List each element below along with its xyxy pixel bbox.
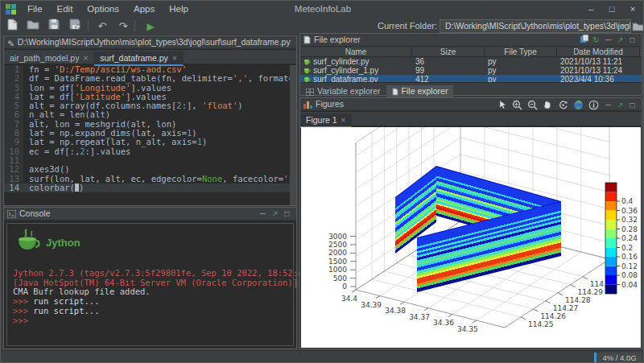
minimize-icon[interactable]: ─	[602, 34, 614, 46]
z-tick-label: 1000	[328, 266, 347, 274]
console-line: >>>	[13, 316, 291, 326]
minimize-icon[interactable]: ─	[602, 99, 614, 111]
colorbar-tick-label: 0.04	[621, 281, 638, 289]
figure-tab-figure-1[interactable]: Figure 1×	[300, 113, 352, 128]
code-token: , format=	[248, 73, 290, 83]
browse-folder-button[interactable]	[632, 20, 644, 32]
close-icon[interactable]: ×	[172, 54, 177, 63]
column-header-name[interactable]: Name	[300, 47, 412, 57]
menu-options[interactable]: Options	[80, 1, 126, 17]
float-icon[interactable]: ↗	[614, 99, 626, 111]
open-file-button[interactable]	[25, 19, 41, 33]
minimize-icon[interactable]: ─	[257, 208, 269, 220]
select-arrow-icon[interactable]	[496, 100, 509, 111]
editor-tab-label: air_path_model.py	[10, 53, 79, 63]
float-icon[interactable]: ↗	[614, 34, 626, 46]
globe-icon[interactable]	[572, 100, 584, 111]
z-tick-label: 2500	[328, 241, 347, 249]
run-script-button[interactable]: ▶	[142, 19, 159, 33]
column-header-file-type[interactable]: File Type	[485, 47, 557, 57]
toolbar-separator	[88, 20, 89, 31]
code-token: )	[202, 137, 207, 146]
close-icon[interactable]: ×	[83, 54, 88, 63]
undo-button[interactable]: ↶	[94, 19, 110, 33]
tab-file-explorer[interactable]: File explorer	[386, 85, 454, 98]
column-header-date-modified[interactable]: Date Modified	[557, 47, 640, 57]
colorbar-segment	[605, 220, 617, 229]
zoom-out-icon[interactable]	[526, 100, 539, 111]
colorbar-tick-label: 0.12	[621, 262, 638, 270]
status-bar: 4% / 4.0G	[1, 350, 644, 363]
file-name: surf_cylinder_1.py	[313, 66, 378, 75]
file-row-surf-cylinder-py[interactable]: surf_cylinder.py36py2021/10/13 11:21	[300, 57, 642, 66]
current-folder-combobox[interactable]: D:\Working\MIScript\Jython\mis\plot_type…	[440, 19, 631, 33]
file-table-header: NameSizeFile TypeDate Modified	[300, 47, 642, 57]
file-cell: 36	[412, 57, 485, 66]
code-token: :].values	[85, 146, 131, 156]
code-token: 'Longitude'	[75, 83, 131, 93]
edit-file-icon: ✎	[7, 38, 14, 49]
x-tick-label: 34.37	[409, 313, 430, 321]
minimize-window-button[interactable]: –	[580, 1, 601, 17]
colorbar-tick-label: 0.32	[621, 216, 638, 224]
maximize-icon[interactable]: □	[626, 99, 638, 111]
line-number: 14	[4, 184, 23, 192]
colorbar-segment	[605, 285, 617, 295]
save-as-button[interactable]	[67, 19, 83, 33]
colorbar-tick-label: 0.28	[621, 225, 638, 233]
console-title: Console	[19, 208, 51, 218]
colorbar-segment	[605, 248, 617, 258]
y-tick-label: 114.26	[540, 312, 566, 320]
zoom-in-icon[interactable]	[510, 100, 523, 111]
file-row-surf-cylinder-1-py[interactable]: surf_cylinder_1.py99py2021/10/13 11:24	[300, 66, 642, 75]
file-cell: 2021/10/13 11:24	[557, 66, 640, 75]
new-script-button[interactable]	[4, 19, 20, 33]
python-file-icon	[303, 57, 313, 66]
column-header-size[interactable]: Size	[412, 47, 485, 57]
menu-help[interactable]: Help	[162, 1, 196, 17]
menu-apps[interactable]: Apps	[126, 1, 162, 17]
close-window-button[interactable]: ×	[622, 1, 643, 17]
rotate-icon[interactable]	[556, 100, 569, 111]
info-icon[interactable]	[587, 100, 600, 111]
float-icon[interactable]: ↗	[269, 208, 281, 220]
colorbar-tick-label: 0.16	[621, 253, 638, 261]
tab-variable-explorer[interactable]: Variable explorer	[300, 85, 386, 98]
terminal-icon	[7, 209, 16, 221]
editor-panel-header: ✎D:\Working\MIScript\Jython\mis\plot_typ…	[4, 36, 296, 49]
maximize-icon[interactable]: □	[281, 208, 293, 220]
python-file-icon	[303, 66, 313, 75]
maximize-icon[interactable]: □	[626, 34, 638, 46]
figure-canvas[interactable]: 34.434.3934.3834.3734.3634.35114.25114.2…	[301, 127, 641, 348]
menu-bar: FileEditOptionsAppsHelp	[20, 1, 196, 17]
toolbar-separator	[134, 20, 135, 31]
code-token: None	[202, 174, 222, 184]
console-command: run script...	[28, 296, 100, 306]
code-token: n_alt = len(alt)	[29, 109, 110, 119]
menu-edit[interactable]: Edit	[50, 1, 80, 17]
line-number: 8	[4, 129, 23, 138]
colorbar-tick-label: 0.4	[621, 197, 634, 205]
pan-hand-icon[interactable]	[541, 100, 554, 111]
chart-icon	[303, 100, 312, 111]
colorbar-segment	[605, 211, 617, 221]
editor-tab-surf-dataframe-py[interactable]: surf_dataframe.py×	[94, 52, 183, 66]
close-icon[interactable]: ×	[341, 116, 346, 125]
editor-tab-air-path-model-py[interactable]: air_path_model.py×	[4, 52, 94, 66]
refresh-icon[interactable]: ↻	[590, 34, 602, 46]
import-files-icon[interactable]	[578, 34, 590, 46]
figures-panel: Figures ─↗□ Figure 1×	[299, 97, 642, 349]
menu-file[interactable]: File	[20, 1, 50, 17]
editor-scrollbar[interactable]	[290, 65, 296, 205]
chevron-down-icon[interactable]: ▾	[617, 20, 629, 32]
maximize-window-button[interactable]: □	[601, 1, 622, 17]
code-editor[interactable]: 1fn = 'D:/Temp/ascii/ws-aod.csv'2df = Da…	[4, 65, 290, 205]
colorbar-segment	[605, 275, 617, 285]
editor-tab-bar: air_path_model.py×surf_dataframe.py×	[4, 50, 296, 64]
console-output[interactable]: Jython Jython 2.7.3 (tags/v2.7.3:5f29801…	[6, 223, 294, 346]
colorbar-segment	[605, 229, 617, 239]
redo-button[interactable]: ↷	[115, 19, 131, 33]
save-button[interactable]	[46, 19, 62, 33]
line-number: 1	[4, 65, 23, 74]
y-tick-label: 114.27	[553, 304, 579, 312]
